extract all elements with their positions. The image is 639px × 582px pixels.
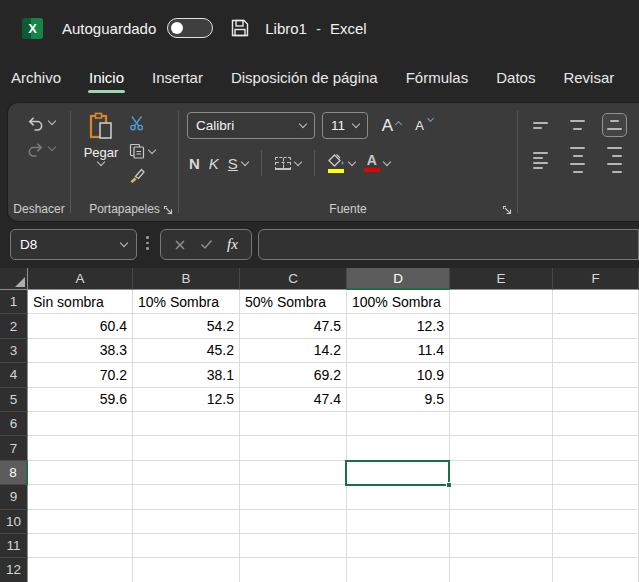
select-all-button[interactable] <box>0 268 28 290</box>
cell-F4[interactable] <box>553 363 639 387</box>
borders-button[interactable] <box>275 157 301 170</box>
cell-F10[interactable] <box>553 510 639 534</box>
cell-D6[interactable] <box>347 412 450 436</box>
cell-F3[interactable] <box>553 339 639 363</box>
tab-insertar[interactable]: Insertar <box>151 60 204 99</box>
cell-E8[interactable] <box>450 461 553 485</box>
row-header-12[interactable]: 12 <box>0 558 28 582</box>
copy-dropdown-chevron-icon[interactable] <box>148 145 156 153</box>
borders-dropdown-chevron-icon[interactable] <box>294 157 302 165</box>
formula-bar-grip[interactable] <box>146 236 149 250</box>
underline-dropdown-chevron-icon[interactable] <box>241 157 249 165</box>
cell-B1[interactable]: 10% Sombra <box>133 290 240 314</box>
cell-B12[interactable] <box>133 558 240 582</box>
fill-color-button[interactable] <box>328 154 355 173</box>
undo-button[interactable] <box>26 114 66 131</box>
cell-E11[interactable] <box>450 534 553 558</box>
cell-C2[interactable]: 47.5 <box>240 314 347 338</box>
row-header-6[interactable]: 6 <box>0 412 28 436</box>
column-header-E[interactable]: E <box>450 268 553 290</box>
font-dialog-launcher[interactable] <box>502 205 512 215</box>
cell-B3[interactable]: 45.2 <box>133 339 240 363</box>
cell-F6[interactable] <box>553 412 639 436</box>
cell-E1[interactable] <box>450 290 553 314</box>
redo-button[interactable] <box>26 140 66 157</box>
font-color-chevron-icon[interactable] <box>383 157 391 165</box>
cell-B11[interactable] <box>133 534 240 558</box>
cell-F11[interactable] <box>553 534 639 558</box>
tab-inicio[interactable]: Inicio <box>88 60 125 99</box>
cell-D12[interactable] <box>347 558 450 582</box>
align-left-button[interactable] <box>528 145 553 176</box>
decrease-font-size-button[interactable]: A <box>407 118 432 133</box>
row-header-3[interactable]: 3 <box>0 339 28 363</box>
column-header-B[interactable]: B <box>133 268 240 290</box>
enter-entry-icon[interactable] <box>200 239 213 250</box>
save-icon[interactable] <box>230 18 250 38</box>
row-header-8[interactable]: 8 <box>0 461 28 485</box>
undo-dropdown-chevron-icon[interactable] <box>48 117 56 125</box>
cell-A3[interactable]: 38.3 <box>28 339 133 363</box>
column-header-F[interactable]: F <box>553 268 639 290</box>
cell-D5[interactable]: 9.5 <box>347 388 450 412</box>
cell-A7[interactable] <box>28 436 133 460</box>
formula-input[interactable] <box>258 229 639 260</box>
name-box-chevron-icon[interactable] <box>120 239 128 247</box>
cell-A10[interactable] <box>28 510 133 534</box>
cell-B10[interactable] <box>133 510 240 534</box>
cell-C1[interactable]: 50% Sombra <box>240 290 347 314</box>
tab-revisar[interactable]: Revisar <box>562 60 615 99</box>
cell-D10[interactable] <box>347 510 450 534</box>
cell-B7[interactable] <box>133 436 240 460</box>
cell-C8[interactable] <box>240 461 347 485</box>
autosave-toggle[interactable] <box>167 18 213 38</box>
cell-C6[interactable] <box>240 412 347 436</box>
paste-button[interactable]: Pegar <box>75 112 127 197</box>
row-header-11[interactable]: 11 <box>0 534 28 558</box>
cell-D11[interactable] <box>347 534 450 558</box>
cell-C10[interactable] <box>240 510 347 534</box>
selected-cell-outline[interactable] <box>345 460 450 486</box>
cell-B5[interactable]: 12.5 <box>133 388 240 412</box>
cell-E7[interactable] <box>450 436 553 460</box>
align-right-button[interactable] <box>602 140 627 180</box>
column-header-C[interactable]: C <box>240 268 347 290</box>
cell-C12[interactable] <box>240 558 347 582</box>
cell-D4[interactable]: 10.9 <box>347 363 450 387</box>
cell-A11[interactable] <box>28 534 133 558</box>
tab-archivo[interactable]: Archivo <box>10 60 62 99</box>
font-color-button[interactable]: A <box>364 154 390 172</box>
cell-F8[interactable] <box>553 461 639 485</box>
cell-D7[interactable] <box>347 436 450 460</box>
font-name-combobox[interactable]: Calibri <box>187 112 315 139</box>
row-header-2[interactable]: 2 <box>0 314 28 338</box>
align-middle-button[interactable] <box>565 113 590 137</box>
tab-disposición-de-página[interactable]: Disposición de página <box>230 60 379 99</box>
cell-F2[interactable] <box>553 314 639 338</box>
cell-F9[interactable] <box>553 485 639 509</box>
insert-function-button[interactable]: fx <box>227 236 238 253</box>
cell-F7[interactable] <box>553 436 639 460</box>
cell-A4[interactable]: 70.2 <box>28 363 133 387</box>
cell-E9[interactable] <box>450 485 553 509</box>
cell-D1[interactable]: 100% Sombra <box>347 290 450 314</box>
cell-A1[interactable]: Sin sombra <box>28 290 133 314</box>
cancel-entry-icon[interactable] <box>174 239 186 251</box>
cell-D2[interactable]: 12.3 <box>347 314 450 338</box>
cell-E3[interactable] <box>450 339 553 363</box>
row-header-5[interactable]: 5 <box>0 388 28 412</box>
cell-E5[interactable] <box>450 388 553 412</box>
column-header-A[interactable]: A <box>28 268 133 290</box>
cell-C5[interactable]: 47.4 <box>240 388 347 412</box>
cell-A6[interactable] <box>28 412 133 436</box>
row-header-4[interactable]: 4 <box>0 363 28 387</box>
font-size-combobox[interactable]: 11 <box>322 112 368 139</box>
align-center-button[interactable] <box>565 140 590 180</box>
cell-A5[interactable]: 59.6 <box>28 388 133 412</box>
clipboard-dialog-launcher[interactable] <box>163 205 173 215</box>
row-header-9[interactable]: 9 <box>0 485 28 509</box>
cell-B6[interactable] <box>133 412 240 436</box>
cell-F5[interactable] <box>553 388 639 412</box>
cell-F12[interactable] <box>553 558 639 582</box>
align-top-button[interactable] <box>528 115 553 136</box>
